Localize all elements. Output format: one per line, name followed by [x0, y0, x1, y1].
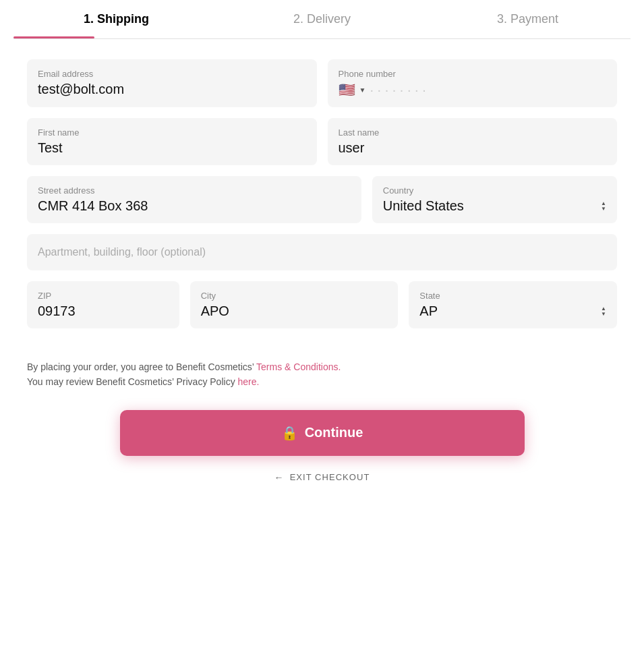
- zip-city-state-row: ZIP 09173 City APO State AP ▲ ▼: [27, 281, 617, 328]
- street-value: CMR 414 Box 368: [38, 198, 351, 214]
- country-value: United States: [383, 198, 464, 214]
- phone-field[interactable]: Phone number 🇺🇸 ▼ · · · · · · · ·: [328, 59, 618, 107]
- exit-checkout[interactable]: ← EXIT CHECKOUT: [13, 456, 631, 496]
- phone-value: · · · · · · · ·: [370, 82, 426, 98]
- country-field[interactable]: Country United States ▲ ▼: [372, 176, 617, 223]
- zip-value: 09173: [38, 303, 169, 319]
- exit-checkout-label: EXIT CHECKOUT: [290, 472, 370, 482]
- privacy-link[interactable]: here.: [238, 376, 260, 387]
- street-label: Street address: [38, 185, 351, 196]
- phone-label: Phone number: [339, 69, 607, 79]
- lock-icon: 🔒: [281, 425, 298, 441]
- name-row: First name Test Last name user: [27, 118, 617, 165]
- email-phone-row: Email address test@bolt.com Phone number…: [27, 59, 617, 107]
- us-flag-icon: 🇺🇸: [339, 82, 355, 98]
- apartment-field[interactable]: Apartment, building, floor (optional): [27, 234, 617, 270]
- email-value: test@bolt.com: [38, 82, 306, 97]
- country-select-arrows[interactable]: ▲ ▼: [601, 201, 606, 212]
- apartment-row: Apartment, building, floor (optional): [27, 234, 617, 270]
- email-label: Email address: [38, 69, 306, 79]
- step-payment[interactable]: 3. Payment: [425, 12, 631, 38]
- last-name-value: user: [339, 140, 607, 156]
- first-name-value: Test: [38, 140, 306, 156]
- city-field[interactable]: City APO: [190, 281, 399, 328]
- state-value: AP: [419, 303, 438, 319]
- continue-label: Continue: [305, 425, 363, 440]
- phone-input-row: 🇺🇸 ▼ · · · · · · · ·: [339, 82, 607, 98]
- step-shipping[interactable]: 1. Shipping: [13, 12, 219, 38]
- last-name-label: Last name: [339, 127, 607, 138]
- zip-label: ZIP: [38, 291, 169, 301]
- state-select-arrows[interactable]: ▲ ▼: [601, 306, 606, 317]
- city-value: APO: [201, 303, 388, 319]
- zip-field[interactable]: ZIP 09173: [27, 281, 179, 328]
- continue-button[interactable]: 🔒 Continue: [120, 410, 525, 456]
- street-address-field[interactable]: Street address CMR 414 Box 368: [27, 176, 361, 223]
- email-field[interactable]: Email address test@bolt.com: [27, 59, 317, 107]
- phone-dropdown-arrow[interactable]: ▼: [359, 86, 366, 94]
- first-name-label: First name: [38, 127, 306, 138]
- state-select-row: AP ▲ ▼: [419, 303, 606, 319]
- state-field[interactable]: State AP ▲ ▼: [409, 281, 617, 328]
- progress-bar: [13, 36, 94, 38]
- state-label: State: [419, 291, 606, 301]
- street-country-row: Street address CMR 414 Box 368 Country U…: [27, 176, 617, 223]
- legal-text: By placing your order, you agree to Bene…: [13, 353, 631, 403]
- step-delivery[interactable]: 2. Delivery: [219, 12, 425, 38]
- form-area: Email address test@bolt.com Phone number…: [13, 39, 631, 353]
- city-label: City: [201, 291, 388, 301]
- last-name-field[interactable]: Last name user: [328, 118, 618, 165]
- country-label: Country: [383, 185, 606, 196]
- exit-arrow-icon: ←: [274, 472, 285, 483]
- first-name-field[interactable]: First name Test: [27, 118, 317, 165]
- apartment-placeholder: Apartment, building, floor (optional): [38, 243, 606, 261]
- country-select-row: United States ▲ ▼: [383, 198, 606, 214]
- steps-header: 1. Shipping 2. Delivery 3. Payment: [13, 0, 631, 39]
- terms-link[interactable]: Terms & Conditions.: [256, 361, 341, 372]
